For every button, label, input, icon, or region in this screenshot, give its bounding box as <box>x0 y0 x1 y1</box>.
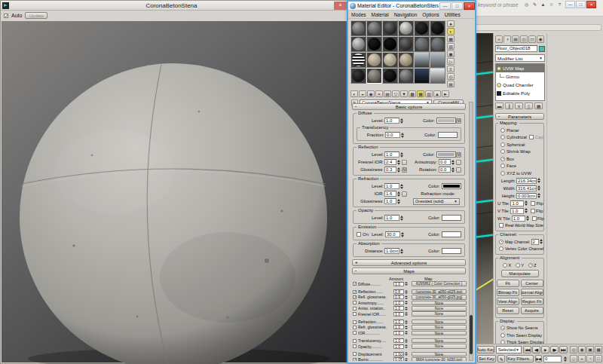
map-amount-spinner[interactable] <box>405 306 409 310</box>
flip-checkbox[interactable] <box>532 216 537 221</box>
map-amount-spinner[interactable] <box>405 301 409 305</box>
map-amount-spinner[interactable] <box>405 352 409 356</box>
sample-slot[interactable] <box>350 36 366 52</box>
tile-spinner[interactable] <box>525 207 529 214</box>
absorption-color-swatch[interactable] <box>442 248 461 254</box>
field-of-view-icon[interactable]: ◇ <box>570 355 577 362</box>
frame-spinner[interactable] <box>564 356 568 362</box>
emission-on-checkbox[interactable] <box>357 232 361 237</box>
sample-slot[interactable] <box>382 36 398 52</box>
object-color-swatch[interactable] <box>539 46 545 52</box>
sign-in-icon[interactable]: ✎ <box>531 2 538 8</box>
map-enable-checkbox[interactable]: ✓ <box>353 282 357 286</box>
tab-utilities[interactable]: ◆ <box>537 35 544 43</box>
axis-radio-x[interactable] <box>503 263 507 268</box>
sample-slot[interactable] <box>398 36 414 52</box>
sample-slot[interactable] <box>382 68 398 84</box>
remove-modifier-icon[interactable]: ▯ <box>525 102 533 109</box>
refraction-glossiness-spinner[interactable] <box>397 198 402 205</box>
height-spinner[interactable] <box>537 192 542 199</box>
go-to-parent-icon[interactable]: ▲ <box>433 90 441 97</box>
make-material-copy-icon[interactable]: ▤ <box>384 90 391 97</box>
map-button[interactable]: 9664 (concrete-30_b030.jpg) <box>412 357 467 361</box>
map-button[interactable]: None <box>412 306 467 311</box>
close-icon[interactable]: × <box>334 2 347 10</box>
absorption-distance-field[interactable]: 1.0cm <box>384 248 399 254</box>
sample-slot[interactable] <box>366 68 382 84</box>
zoom-all-icon[interactable]: ◉ <box>578 346 586 353</box>
map-enable-checkbox[interactable] <box>353 352 357 356</box>
modifier-list-dropdown[interactable]: Modifier List ▼ <box>495 54 545 62</box>
menu-modes[interactable]: Modes <box>351 12 366 17</box>
next-frame-button[interactable]: ▮▶ <box>550 346 559 353</box>
map-button[interactable]: None <box>412 325 467 330</box>
make-preview-icon[interactable]: ▷ <box>447 58 455 65</box>
put-material-to-scene-icon[interactable]: ◒ <box>359 90 366 97</box>
auto-key-button[interactable]: Auto Key <box>477 346 494 353</box>
sample-slot[interactable] <box>430 52 445 68</box>
fit-button[interactable]: Fit <box>497 280 519 287</box>
show-end-result-icon[interactable]: ▥ <box>425 90 433 97</box>
sample-slot[interactable] <box>430 68 445 84</box>
material-editor-scrollbar[interactable] <box>469 102 473 361</box>
map-amount-spinner[interactable] <box>405 344 409 349</box>
diffuse-color-swatch[interactable] <box>436 118 456 124</box>
set-key-button[interactable]: Set Key <box>477 355 496 362</box>
modifier-stack-item[interactable]: Gizmo <box>496 72 544 81</box>
app-minimize-button[interactable]: — <box>565 1 575 8</box>
map-button[interactable]: None <box>412 344 467 349</box>
sample-uv-tiling-icon[interactable]: ▥ <box>447 43 455 50</box>
real-world-map-size-checkbox[interactable] <box>499 223 504 228</box>
sample-slot[interactable] <box>350 20 366 36</box>
tile-spinner[interactable] <box>526 215 531 222</box>
mapping-radio-spherical[interactable] <box>500 142 505 147</box>
sample-slot[interactable] <box>366 52 382 68</box>
map-enable-checkbox[interactable] <box>353 331 357 335</box>
map-amount-field[interactable]: 1.0 <box>393 331 404 335</box>
flip-checkbox[interactable] <box>531 201 535 206</box>
refraction-level-field[interactable]: 1.0 <box>384 183 399 189</box>
app-close-button[interactable]: × <box>586 1 596 8</box>
pan-hand-icon[interactable]: + <box>578 355 586 362</box>
mapping-radio-face[interactable] <box>500 164 505 168</box>
sample-slot[interactable] <box>382 52 398 68</box>
make-unique-stack-icon[interactable]: ∨ <box>515 102 523 109</box>
map-channel-radio[interactable] <box>499 240 504 244</box>
material-editor-options-icon[interactable]: ≡ <box>447 66 455 72</box>
parameters-rollout-header[interactable]: - Parameters <box>495 113 544 120</box>
background-icon[interactable]: ▦ <box>447 35 455 42</box>
map-enable-checkbox[interactable] <box>353 344 357 348</box>
map-amount-spinner[interactable] <box>405 338 409 343</box>
map-enable-checkbox[interactable] <box>353 320 357 324</box>
refraction-glossiness-field[interactable]: 1.0 <box>384 198 396 204</box>
modifier-stack-item[interactable]: Editable Poly <box>496 89 544 97</box>
length-spinner[interactable] <box>537 177 542 184</box>
put-to-library-icon[interactable]: ▼ <box>400 90 408 97</box>
translucency-color-swatch[interactable] <box>438 132 458 138</box>
previous-frame-button[interactable]: ◀▮ <box>532 346 540 353</box>
show-map-in-viewport-icon[interactable]: ▦ <box>417 90 424 97</box>
me-close-button[interactable]: × <box>464 2 475 10</box>
show-end-result-stack-icon[interactable]: ∥ <box>505 102 513 109</box>
map-button[interactable]: None <box>412 320 467 325</box>
map-amount-field[interactable]: 1.0 <box>393 312 404 317</box>
video-color-check-icon[interactable]: ▣ <box>447 50 455 57</box>
current-frame-field[interactable]: 0 <box>543 356 562 362</box>
set-keys-icon[interactable]: ✎ <box>497 355 505 362</box>
tile-field[interactable]: 1.0 <box>510 208 524 214</box>
basic-options-rollout-header[interactable]: - Basic options <box>352 103 466 110</box>
opacity-level-spinner[interactable] <box>400 215 405 222</box>
material-map-navigator-icon[interactable]: ▤ <box>447 81 455 87</box>
mapping-radio-cylindrical[interactable] <box>500 135 505 139</box>
fresnel-map-button[interactable] <box>402 160 407 165</box>
region-fit-button[interactable]: Region Fit <box>521 298 543 305</box>
map-amount-field[interactable]: 1.0 <box>393 344 404 349</box>
make-unique-icon[interactable]: ▽ <box>392 90 399 97</box>
reflection-color-map-button[interactable]: M <box>456 152 461 158</box>
modifier-stack-item[interactable]: Quad Chamfer <box>496 81 544 89</box>
preview-title-bar[interactable]: CoronaBetonStena × <box>1 1 347 11</box>
reflection-color-swatch[interactable] <box>436 151 456 158</box>
sample-slot[interactable] <box>398 20 414 36</box>
search-binoculars-icon[interactable]: ◎ <box>523 2 530 8</box>
assign-material-to-selection-icon[interactable]: ◉ <box>367 90 375 97</box>
